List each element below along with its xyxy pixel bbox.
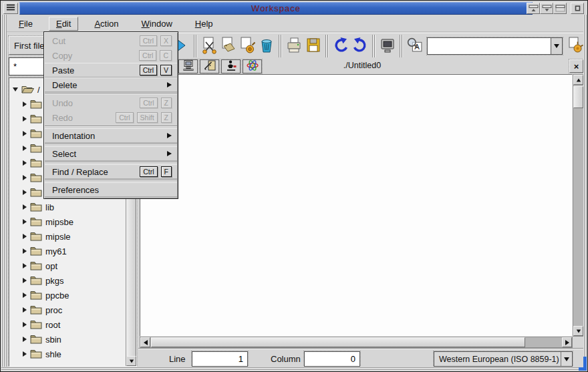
scroll-left-button[interactable] xyxy=(140,337,150,347)
tree-item-opt[interactable]: opt xyxy=(9,258,126,273)
expand-arrow-icon[interactable] xyxy=(20,293,29,298)
expand-arrow-icon[interactable] xyxy=(20,263,29,268)
tree-item-shle[interactable]: shle xyxy=(9,347,126,361)
titlebar-drag-area[interactable]: Workspace xyxy=(19,2,533,15)
menu-item-find-replace[interactable]: Find / ReplaceCtrlF xyxy=(45,164,177,179)
tree-item-root[interactable]: root xyxy=(9,317,126,332)
scroll-down-button[interactable] xyxy=(573,326,583,336)
menu-item-delete[interactable]: Delete xyxy=(45,77,177,92)
menu-item-preferences[interactable]: Preferences xyxy=(45,182,177,197)
combo-arrow-button[interactable] xyxy=(551,38,562,54)
editor-text-area[interactable] xyxy=(140,74,573,337)
encoding-combobox[interactable]: Western European (ISO 8859-1) xyxy=(434,351,573,367)
keycap-f: F xyxy=(161,166,172,177)
search-input[interactable] xyxy=(428,38,551,54)
menu-window[interactable]: Window xyxy=(135,17,179,30)
tree-item-proc[interactable]: proc xyxy=(9,303,126,317)
trash-button[interactable] xyxy=(257,35,276,57)
expand-arrow-icon[interactable] xyxy=(20,146,29,151)
shade-down-button[interactable] xyxy=(540,3,553,14)
expand-arrow-icon[interactable] xyxy=(20,131,29,136)
tree-item-mipsbe[interactable]: mipsbe xyxy=(9,214,126,229)
redo-icon xyxy=(351,36,370,57)
terminal-button[interactable] xyxy=(378,35,397,57)
menu-item-paste[interactable]: PasteCtrlV xyxy=(45,63,177,77)
redo-button[interactable] xyxy=(350,35,370,57)
cut-button[interactable] xyxy=(199,35,218,57)
combo-arrow-button[interactable] xyxy=(561,352,572,366)
editor-vertical-scrollbar[interactable] xyxy=(573,74,584,337)
tab-close-button[interactable]: × xyxy=(569,59,583,73)
shade-up-button[interactable] xyxy=(527,3,540,14)
copy-button[interactable] xyxy=(218,35,238,57)
menu-item-select[interactable]: Select xyxy=(45,146,177,161)
tree-item-mipsle[interactable]: mipsle xyxy=(9,229,126,244)
scrollbar-thumb[interactable] xyxy=(151,337,525,347)
expand-arrow-icon[interactable] xyxy=(20,190,29,195)
menu-action[interactable]: Action xyxy=(88,17,125,30)
close-button[interactable] xyxy=(571,3,584,14)
paste-button[interactable] xyxy=(238,35,257,57)
print-button[interactable] xyxy=(285,35,304,57)
search-combobox[interactable] xyxy=(427,37,563,55)
expand-arrow-icon[interactable] xyxy=(20,322,29,327)
down-arrow-icon xyxy=(576,329,580,333)
tree-item-my61[interactable]: my61 xyxy=(9,244,126,258)
expand-arrow-icon[interactable] xyxy=(20,175,29,180)
collapse-arrow-icon[interactable] xyxy=(11,87,19,91)
maximize-button[interactable] xyxy=(553,3,567,14)
menu-edit[interactable]: Edit xyxy=(49,17,78,31)
window-menu-button[interactable] xyxy=(3,3,18,14)
expand-arrow-icon[interactable] xyxy=(20,307,29,313)
folder-closed-icon xyxy=(30,335,42,344)
scroll-down-button[interactable] xyxy=(126,356,136,366)
expand-arrow-icon[interactable] xyxy=(20,351,29,357)
menu-item-label: Paste xyxy=(52,65,136,75)
expand-arrow-icon[interactable] xyxy=(20,219,29,224)
folder-closed-icon xyxy=(30,100,42,109)
folder-closed-icon xyxy=(30,217,42,226)
toolbar-separator xyxy=(278,35,282,57)
keycap-ctrl: Ctrl xyxy=(139,50,156,61)
scroll-right-button[interactable] xyxy=(562,337,572,347)
line-label: Line xyxy=(169,354,186,364)
titlebar[interactable]: Workspace xyxy=(1,1,587,15)
keycap-v: V xyxy=(160,65,172,75)
scroll-up-button[interactable] xyxy=(573,75,583,85)
editor-horizontal-scrollbar[interactable] xyxy=(140,337,573,348)
tree-item-pkgs[interactable]: pkgs xyxy=(9,273,126,288)
resize-corner[interactable] xyxy=(579,367,587,371)
scrollbar-thumb[interactable] xyxy=(573,86,583,108)
menu-item-indentation[interactable]: Indentation xyxy=(45,128,177,143)
folder-closed-icon xyxy=(30,232,42,241)
window-right-border xyxy=(583,15,587,371)
menu-file[interactable]: File xyxy=(12,17,39,30)
find-text-button[interactable]: A xyxy=(405,35,424,57)
expand-arrow-icon[interactable] xyxy=(20,234,29,239)
replace-button[interactable] xyxy=(565,35,585,57)
save-button[interactable] xyxy=(303,35,323,57)
column-input[interactable] xyxy=(304,351,360,367)
tree-item-label: proc xyxy=(45,305,62,315)
expand-arrow-icon[interactable] xyxy=(20,160,29,166)
expand-arrow-icon[interactable] xyxy=(20,204,29,210)
menu-item-label: Delete xyxy=(52,80,167,90)
tree-item-sbin[interactable]: sbin xyxy=(9,332,126,347)
tree-item-ppcbe[interactable]: ppcbe xyxy=(9,288,126,303)
keycap-z: Z xyxy=(161,112,172,123)
hamburger-icon xyxy=(5,3,16,13)
menu-help[interactable]: Help xyxy=(188,17,220,30)
folder-closed-icon xyxy=(30,158,42,168)
line-input[interactable] xyxy=(192,351,248,367)
expand-arrow-icon[interactable] xyxy=(20,248,29,254)
expand-arrow-icon[interactable] xyxy=(20,116,29,122)
expand-arrow-icon[interactable] xyxy=(20,102,29,107)
tree-item-lib[interactable]: lib xyxy=(9,200,126,214)
undo-button[interactable] xyxy=(331,35,350,57)
print-icon xyxy=(285,36,303,57)
edit-menu-popup: CutCtrlXCopyCtrlCPasteCtrlVDeleteUndoCtr… xyxy=(43,31,178,199)
up-arrow-icon xyxy=(576,78,580,81)
expand-arrow-icon[interactable] xyxy=(20,278,29,283)
menu-item-redo: RedoCtrlShiftZ xyxy=(45,110,177,125)
expand-arrow-icon[interactable] xyxy=(20,337,29,342)
